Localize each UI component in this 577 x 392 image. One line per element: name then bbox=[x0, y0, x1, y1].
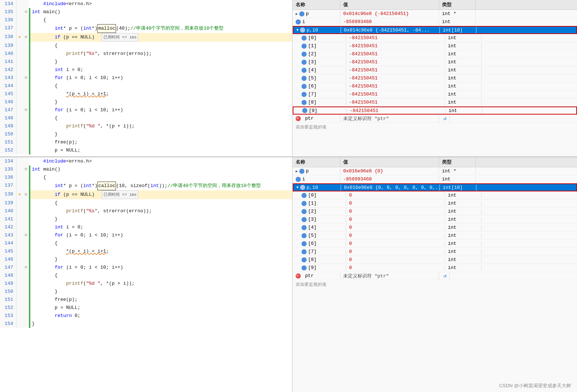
b-line-marker-137 bbox=[16, 182, 23, 190]
code-content-151: free(p); bbox=[30, 138, 78, 146]
watch-type-arr9-top: int bbox=[446, 108, 482, 114]
b-code-line-143: 143 ⊟ for (i = 0; i < 10; i++) bbox=[0, 231, 292, 239]
watch-type-arr7-bot: int bbox=[445, 249, 482, 255]
fold-marker-142 bbox=[23, 66, 29, 74]
code-line-139: 139 { bbox=[0, 42, 292, 50]
watch-row-p10-bot[interactable]: ▼ p,10 0x016e96e8 {0, 0, 0, 0, 0, 0, 0,.… bbox=[293, 183, 577, 191]
b-code-line-139: 139 { bbox=[0, 199, 292, 207]
line-marker-144 bbox=[16, 82, 23, 90]
add-watch-top[interactable]: 添加要监视的项 bbox=[293, 123, 577, 132]
watch-name-arr7-top: [7] bbox=[299, 91, 346, 97]
expand-arrow-p10-bot[interactable]: ▼ bbox=[296, 186, 299, 190]
b-code-content-152: p = NULL; bbox=[30, 304, 80, 312]
b-line-num-146: 146 bbox=[0, 255, 16, 264]
watch-val-ptr-top: 未定义标识符 "ptr" bbox=[340, 115, 439, 122]
expand-arrow-p-bot[interactable]: ▶ bbox=[296, 169, 298, 173]
watch-val-arr4-top: -842150451 bbox=[346, 67, 445, 73]
icon-arr5-top bbox=[301, 76, 307, 81]
b-fold-marker-147[interactable]: ⊟ bbox=[23, 264, 29, 272]
line-marker-141 bbox=[16, 58, 23, 66]
code-content-138: if (p == NULL) 已用时间 <= 1ms bbox=[30, 33, 138, 42]
code-content-141: } bbox=[30, 58, 57, 66]
b-fold-marker-138[interactable]: ⊟ bbox=[23, 190, 29, 199]
icon-arr8-bot bbox=[301, 257, 307, 262]
line-num-144: 144 bbox=[0, 82, 16, 90]
code-line-145: 145 *(p + i) = i+1; bbox=[0, 90, 292, 98]
watch-row-p-top[interactable]: ▶ p 0x014c96e8 {-842150451} int * bbox=[293, 10, 577, 18]
refresh-icon-top[interactable]: ↺ bbox=[443, 116, 446, 122]
b-line-marker-151 bbox=[16, 296, 23, 304]
line-marker-136 bbox=[16, 16, 23, 24]
b-code-content-142: int i = 0; bbox=[30, 223, 83, 231]
b-line-marker-142 bbox=[16, 223, 23, 231]
b-line-num-137: 137 bbox=[0, 182, 16, 190]
fold-marker-134[interactable] bbox=[23, 0, 29, 8]
refresh-icon-bot[interactable]: ↺ bbox=[443, 273, 446, 279]
watch-val-arr2-bot: 0 bbox=[346, 208, 445, 214]
expand-arrow-p10-top[interactable]: ▼ bbox=[296, 28, 299, 32]
icon-circle-p10-bot bbox=[300, 185, 305, 190]
fold-marker-147[interactable]: ⊟ bbox=[23, 106, 29, 114]
icon-circle-p10-top bbox=[300, 27, 305, 33]
watch-row-ptr-top[interactable]: ptr 未定义标识符 "ptr" ↺ bbox=[293, 115, 577, 123]
watch-name-p10-top: ▼ p,10 bbox=[293, 27, 341, 33]
b-code-line-148: 148 { bbox=[0, 272, 292, 280]
watch-name-arr7-bot: [7] bbox=[299, 249, 346, 255]
code-content-148: { bbox=[30, 114, 57, 122]
b-fold-marker-134[interactable] bbox=[23, 157, 29, 165]
line-marker-143 bbox=[16, 74, 23, 82]
line-marker-137 bbox=[16, 24, 23, 33]
code-content-143: for (i = 0; i < 10; i++) bbox=[30, 74, 123, 82]
bottom-watch-header-name: 名称 bbox=[293, 157, 340, 167]
b-code-content-137: int* p = (int*)calloc(10, sizeof(int));/… bbox=[30, 182, 261, 190]
b-fold-marker-143[interactable]: ⊟ bbox=[23, 231, 29, 239]
watch-row-p10-top[interactable]: ▼ p,10 0x014c96e8 {-842150451, -84... in… bbox=[293, 26, 577, 34]
code-content-139: { bbox=[30, 42, 57, 50]
line-num-143: 143 bbox=[0, 74, 16, 82]
bottom-watch-header-type: 类型 bbox=[439, 157, 476, 167]
watch-row-p-bot[interactable]: ▶ p 0x016e96e8 {0} int * bbox=[293, 167, 577, 175]
code-line-141: 141 } bbox=[0, 58, 292, 66]
fold-marker-151 bbox=[23, 138, 29, 146]
fold-marker-138[interactable]: ⊟ bbox=[23, 33, 29, 42]
watch-type-i-bot: int bbox=[439, 176, 476, 182]
b-code-line-150: 150 } bbox=[0, 288, 292, 296]
b-code-content-134: #include<errno.h> bbox=[30, 157, 92, 165]
watch-row-i-bot[interactable]: i -858993460 int bbox=[293, 175, 577, 183]
watch-row-i-top[interactable]: i -858993460 int bbox=[293, 18, 577, 26]
watch-val-arr8-bot: 0 bbox=[346, 257, 445, 263]
watch-val-i-bot: -858993460 bbox=[340, 176, 439, 182]
line-num-139: 139 bbox=[0, 42, 16, 50]
fold-marker-135[interactable]: ⊟ bbox=[23, 8, 29, 16]
fold-marker-143[interactable]: ⊟ bbox=[23, 74, 29, 82]
line-num-134: 134 bbox=[0, 0, 16, 8]
b-code-content-143: for (i = 0; i < 10; i++) bbox=[30, 231, 123, 239]
line-num-135: 135 bbox=[0, 8, 16, 16]
code-line-148: 148 { bbox=[0, 114, 292, 122]
b-code-content-141: } bbox=[30, 215, 57, 223]
b-line-num-148: 148 bbox=[0, 272, 16, 280]
watch-val-arr3-bot: 0 bbox=[346, 216, 445, 223]
b-line-marker-136 bbox=[16, 173, 23, 182]
watch-type-arr8-top: int bbox=[445, 99, 482, 105]
b-code-line-142: 142 int i = 0; bbox=[0, 223, 292, 231]
watch-row-arr0-bot: [0] 0 int bbox=[293, 191, 577, 199]
watch-type-ptr-bot: ↺ bbox=[439, 272, 450, 279]
fold-marker-146 bbox=[23, 98, 29, 106]
add-watch-bot[interactable]: 添加要监视的项 bbox=[293, 280, 577, 289]
b-code-content-135: int main() bbox=[30, 165, 60, 173]
icon-arr3-bot bbox=[301, 217, 307, 222]
b-line-marker-141 bbox=[16, 215, 23, 223]
b-fold-marker-135[interactable]: ⊟ bbox=[23, 165, 29, 173]
expand-arrow-p-top[interactable]: ▶ bbox=[296, 12, 298, 16]
icon-arr5-bot bbox=[301, 233, 307, 238]
watch-row-ptr-bot[interactable]: ptr 未定义标识符 "ptr" ↺ bbox=[293, 272, 577, 280]
b-line-marker-152 bbox=[16, 304, 23, 312]
b-code-line-144: 144 { bbox=[0, 239, 292, 247]
icon-circle-i-top bbox=[296, 19, 301, 25]
b-line-num-135: 135 bbox=[0, 165, 16, 173]
watch-name-arr8-bot: [8] bbox=[299, 257, 346, 263]
watch-name-arr2-bot: [2] bbox=[299, 208, 346, 214]
b-line-num-144: 144 bbox=[0, 239, 16, 247]
fold-marker-136[interactable] bbox=[23, 16, 29, 24]
